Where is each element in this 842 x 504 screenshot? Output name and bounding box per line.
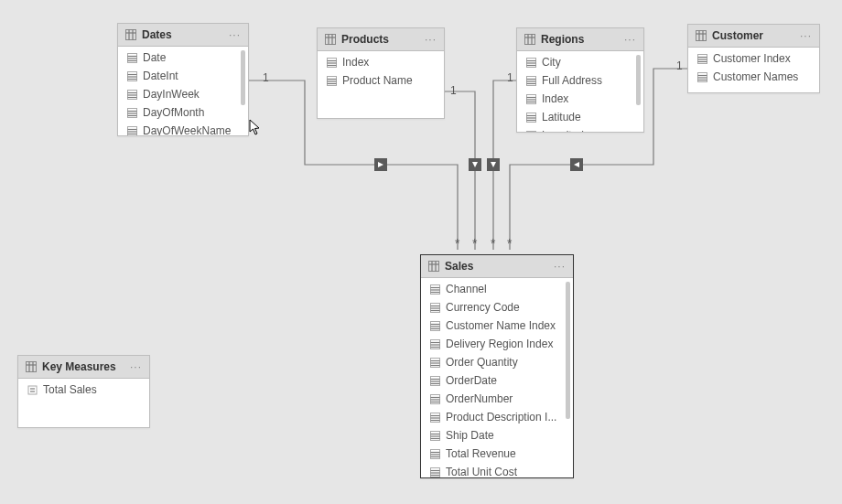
field-list-key-measures: Total Sales (18, 379, 149, 427)
column-icon (430, 467, 440, 477)
table-title: Key Measures (42, 360, 124, 373)
column-icon (127, 53, 137, 63)
column-icon (127, 71, 137, 81)
field-row[interactable]: Index (318, 53, 444, 71)
field-row[interactable]: Product Name (318, 71, 444, 90)
field-label: Date (143, 51, 166, 64)
table-header-key-measures[interactable]: Key Measures ··· (18, 356, 149, 379)
table-title: Regions (541, 33, 619, 46)
more-icon[interactable]: ··· (800, 29, 812, 42)
field-row[interactable]: Customer Names (688, 68, 819, 86)
column-icon (526, 113, 536, 123)
field-label: DateInt (143, 70, 178, 82)
field-row[interactable]: Longitude (517, 126, 643, 132)
field-row[interactable]: Customer Index (688, 49, 819, 68)
field-row[interactable]: Total Revenue (421, 445, 573, 463)
more-icon[interactable]: ··· (229, 28, 241, 41)
column-icon (127, 108, 137, 118)
cardinality-customer-one: 1 (676, 59, 683, 72)
column-icon (327, 76, 337, 86)
field-row[interactable]: Total Unit Cost (421, 463, 573, 477)
table-products[interactable]: Products ··· Index Product Name (317, 27, 445, 119)
field-row[interactable]: Currency Code (421, 298, 573, 316)
table-customer[interactable]: Customer ··· Customer Index Customer Nam… (687, 24, 820, 93)
field-row[interactable]: DayInWeek (118, 85, 248, 103)
field-row[interactable]: DayOfWeekName (118, 122, 248, 135)
field-row[interactable]: Channel (421, 280, 573, 298)
field-row[interactable]: DayOfMonth (118, 103, 248, 122)
field-label: DayInWeek (143, 88, 200, 101)
field-row[interactable]: OrderDate (421, 371, 573, 390)
more-icon[interactable]: ··· (130, 360, 142, 373)
table-header-sales[interactable]: Sales ··· (421, 255, 573, 278)
svg-rect-60 (527, 131, 536, 132)
field-row[interactable]: Date (118, 48, 248, 67)
more-icon[interactable]: ··· (624, 33, 636, 46)
field-list-regions: City Full Address Index Latitude Longitu… (517, 51, 643, 132)
table-dates[interactable]: Dates ··· Date DateInt DayInWeek DayOfMo… (117, 23, 249, 136)
field-label: Currency Code (446, 301, 520, 314)
field-row[interactable]: Delivery Region Index (421, 335, 573, 353)
table-title: Dates (142, 28, 223, 41)
field-row[interactable]: DateInt (118, 67, 248, 85)
more-icon[interactable]: ··· (554, 260, 566, 273)
column-icon (430, 376, 440, 386)
field-label: Product Name (342, 74, 413, 87)
table-icon (26, 361, 37, 372)
field-row[interactable]: Total Sales (18, 381, 149, 399)
scrollbar[interactable] (566, 282, 570, 419)
column-icon (430, 321, 440, 331)
column-icon (127, 126, 137, 136)
scrollbar[interactable] (241, 50, 245, 105)
field-row[interactable]: Index (517, 90, 643, 108)
field-row[interactable]: Product Description I... (421, 408, 573, 426)
column-icon (430, 339, 440, 349)
field-label: OrderDate (446, 374, 497, 387)
svg-marker-131 (250, 120, 259, 134)
measure-icon (27, 385, 38, 395)
field-row[interactable]: Customer Name Index (421, 316, 573, 335)
svg-marker-2 (491, 162, 496, 167)
field-list-products: Index Product Name (318, 51, 444, 118)
table-sales[interactable]: Sales ··· Channel Currency Code Customer… (420, 254, 574, 478)
column-icon (430, 431, 440, 441)
field-row[interactable]: City (517, 53, 643, 71)
cardinality-dates-one: 1 (263, 71, 269, 84)
cardinality-products-one: 1 (450, 84, 457, 97)
field-row[interactable]: Latitude (517, 108, 643, 126)
table-icon (524, 34, 535, 45)
table-header-regions[interactable]: Regions ··· (517, 28, 643, 51)
column-icon (430, 413, 440, 423)
field-label: Latitude (542, 111, 581, 123)
table-regions[interactable]: Regions ··· City Full Address Index Lati… (516, 27, 644, 133)
table-icon (696, 30, 707, 41)
svg-rect-128 (28, 386, 37, 394)
field-label: Ship Date (446, 429, 494, 442)
more-icon[interactable]: ··· (425, 33, 437, 46)
column-icon (430, 449, 440, 459)
field-row[interactable]: Full Address (517, 71, 643, 90)
field-label: Product Description I... (446, 411, 556, 424)
svg-marker-3 (574, 162, 579, 167)
cursor-icon (249, 119, 262, 135)
field-label: Total Revenue (446, 447, 516, 460)
scrollbar[interactable] (636, 55, 641, 105)
column-icon (526, 58, 536, 68)
field-row[interactable]: OrderNumber (421, 390, 573, 408)
column-icon (697, 54, 707, 64)
field-row[interactable]: Order Quantity (421, 353, 573, 371)
cardinality-regions-one: 1 (507, 71, 513, 84)
field-label: Customer Index (713, 52, 791, 65)
column-icon (430, 303, 440, 313)
table-header-dates[interactable]: Dates ··· (118, 24, 248, 47)
table-icon (125, 29, 136, 40)
table-key-measures[interactable]: Key Measures ··· Total Sales (17, 355, 150, 428)
field-label: OrderNumber (446, 392, 513, 405)
field-row[interactable]: Ship Date (421, 426, 573, 445)
field-label: Longitude (542, 129, 590, 132)
svg-rect-4 (126, 30, 136, 40)
column-icon (526, 76, 536, 86)
table-title: Sales (445, 260, 548, 273)
table-header-products[interactable]: Products ··· (318, 28, 444, 51)
table-header-customer[interactable]: Customer ··· (688, 25, 819, 48)
